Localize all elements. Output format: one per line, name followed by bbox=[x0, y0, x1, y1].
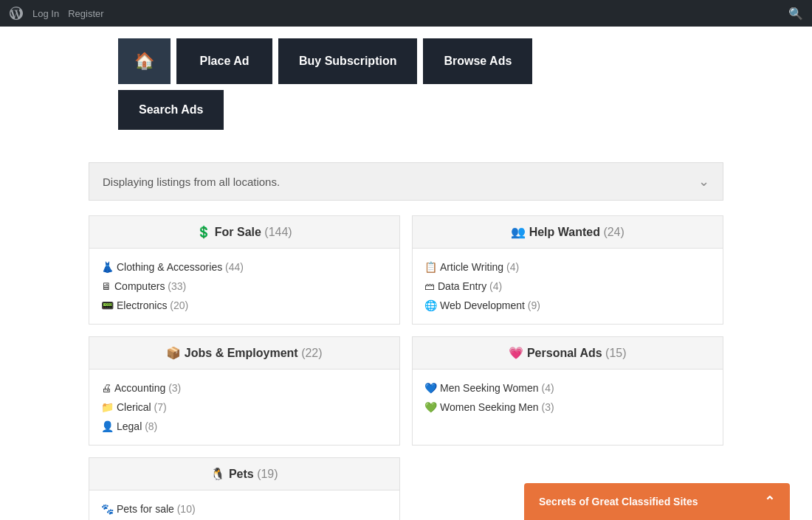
category-item[interactable]: 🖥Computers (33) bbox=[101, 277, 388, 296]
item-count: (33) bbox=[168, 280, 186, 292]
item-count: (10) bbox=[177, 503, 196, 515]
category-item[interactable]: 👗Clothing & Accessories (44) bbox=[101, 257, 388, 277]
category-header-jobs-employment: 📦 Jobs & Employment (22) bbox=[89, 337, 399, 370]
location-dropdown[interactable]: Displaying listings from all locations. … bbox=[89, 162, 723, 201]
category-item[interactable]: 📋Article Writing (4) bbox=[424, 257, 711, 277]
item-icon: 🖨 bbox=[101, 382, 111, 394]
category-header-personal-ads: 💗 Personal Ads (15) bbox=[413, 337, 723, 370]
location-text: Displaying listings from all locations. bbox=[103, 176, 280, 188]
item-count: (8) bbox=[145, 420, 157, 432]
category-items-help-wanted: 📋Article Writing (4)🗃Data Entry (4)🌐Web … bbox=[413, 249, 723, 324]
categories-grid: 💲 For Sale (144)👗Clothing & Accessories … bbox=[89, 215, 723, 520]
category-icon: 👥 bbox=[511, 226, 526, 238]
register-link[interactable]: Register bbox=[68, 8, 103, 19]
item-count: (4) bbox=[506, 261, 519, 273]
secrets-widget-label: Secrets of Great Classified Sites bbox=[539, 496, 698, 507]
item-icon: 📁 bbox=[101, 401, 114, 413]
item-icon: 🗃 bbox=[424, 280, 435, 292]
item-icon: 🐾 bbox=[101, 503, 114, 515]
item-icon: 📟 bbox=[101, 299, 114, 311]
category-item[interactable]: 📟Electronics (20) bbox=[101, 296, 388, 315]
search-icon[interactable]: 🔍 bbox=[788, 7, 803, 21]
item-count: (3) bbox=[168, 382, 181, 394]
home-button[interactable]: 🏠 bbox=[118, 38, 171, 84]
wordpress-icon bbox=[9, 6, 24, 21]
item-count: (3) bbox=[541, 401, 554, 413]
search-ads-button[interactable]: Search Ads bbox=[118, 90, 224, 130]
expand-icon: ⌃ bbox=[764, 493, 775, 510]
browse-ads-button[interactable]: Browse Ads bbox=[423, 38, 532, 84]
category-item[interactable]: 🌐Web Development (9) bbox=[424, 296, 711, 315]
item-count: (7) bbox=[154, 401, 167, 413]
category-items-personal-ads: 💙Men Seeking Women (4)💚Women Seeking Men… bbox=[413, 370, 723, 426]
category-header-pets: 🐧 Pets (19) bbox=[89, 458, 399, 490]
chevron-down-icon: ⌄ bbox=[698, 173, 709, 190]
category-items-for-sale: 👗Clothing & Accessories (44)🖥Computers (… bbox=[89, 249, 399, 324]
category-icon: 📦 bbox=[166, 347, 181, 359]
category-item[interactable]: 🖨Accounting (3) bbox=[101, 378, 388, 398]
item-count: (44) bbox=[225, 261, 244, 273]
category-item[interactable]: 🗃Data Entry (4) bbox=[424, 277, 711, 296]
buy-subscription-button[interactable]: Buy Subscription bbox=[278, 38, 417, 84]
login-link[interactable]: Log In bbox=[32, 8, 59, 19]
category-item[interactable]: 👤Legal (8) bbox=[101, 417, 388, 436]
item-count: (9) bbox=[528, 299, 540, 311]
category-header-for-sale: 💲 For Sale (144) bbox=[89, 216, 399, 249]
place-ad-button[interactable]: Place Ad bbox=[176, 38, 272, 84]
item-icon: 👗 bbox=[101, 261, 114, 273]
category-icon: 💗 bbox=[509, 347, 523, 359]
category-item[interactable]: 🐾Pets for sale (10) bbox=[101, 499, 388, 519]
category-section-for-sale: 💲 For Sale (144)👗Clothing & Accessories … bbox=[89, 215, 400, 325]
topbar: Log In Register 🔍 bbox=[0, 0, 812, 27]
main-navigation: 🏠 Place Ad Buy Subscription Browse Ads bbox=[0, 27, 812, 90]
item-icon: 📋 bbox=[424, 261, 437, 273]
category-items-jobs-employment: 🖨Accounting (3)📁Clerical (7)👤Legal (8) bbox=[89, 370, 399, 445]
category-item[interactable]: 💙Men Seeking Women (4) bbox=[424, 378, 711, 398]
item-icon: 🖥 bbox=[101, 280, 111, 292]
category-item[interactable]: 📁Clerical (7) bbox=[101, 398, 388, 417]
category-section-personal-ads: 💗 Personal Ads (15)💙Men Seeking Women (4… bbox=[412, 336, 723, 446]
category-section-jobs-employment: 📦 Jobs & Employment (22)🖨Accounting (3)📁… bbox=[89, 336, 400, 446]
main-content: Displaying listings from all locations. … bbox=[0, 148, 812, 520]
item-icon: 💙 bbox=[424, 382, 437, 394]
item-icon: 👤 bbox=[101, 420, 114, 432]
category-section-help-wanted: 👥 Help Wanted (24)📋Article Writing (4)🗃D… bbox=[412, 215, 723, 325]
item-count: (20) bbox=[170, 299, 188, 311]
category-icon: 🐧 bbox=[210, 468, 225, 480]
category-header-help-wanted: 👥 Help Wanted (24) bbox=[413, 216, 723, 249]
item-count: (4) bbox=[541, 382, 554, 394]
secrets-widget[interactable]: Secrets of Great Classified Sites ⌃ bbox=[524, 483, 790, 520]
item-icon: 💚 bbox=[424, 401, 437, 413]
item-count: (4) bbox=[489, 280, 502, 292]
category-section-pets: 🐧 Pets (19)🐾Pets for sale (10) bbox=[89, 457, 400, 520]
category-icon: 💲 bbox=[196, 226, 211, 238]
category-item[interactable]: 💚Women Seeking Men (3) bbox=[424, 398, 711, 417]
item-icon: 🌐 bbox=[424, 299, 437, 311]
category-items-pets: 🐾Pets for sale (10) bbox=[89, 490, 399, 520]
